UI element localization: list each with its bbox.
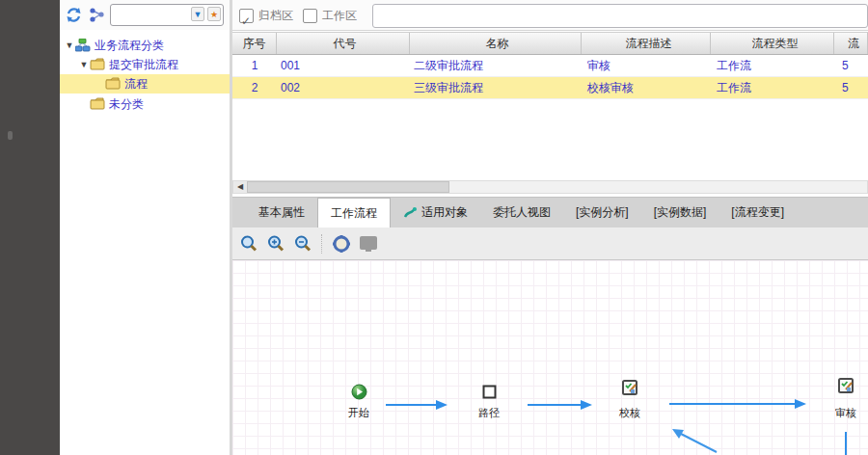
zoom-tool-icon[interactable] — [238, 233, 259, 254]
column-header-type[interactable]: 流程类型 — [711, 33, 834, 54]
tree-node-uncategorized[interactable]: 未分类 — [60, 94, 230, 114]
cell-desc: 校核审核 — [582, 80, 711, 96]
tab-basic-properties[interactable]: 基本属性 — [246, 198, 317, 228]
diagram-toolbar — [232, 228, 868, 260]
check-node-icon[interactable] — [621, 379, 639, 401]
review-node-label[interactable]: 审核 — [835, 406, 856, 420]
tree-node-process-label: 流程 — [124, 76, 148, 93]
folder-icon — [90, 97, 106, 111]
top-toolbar: ▼ ★ 归档区工作区 — [60, 0, 868, 31]
zoom-out-icon[interactable] — [292, 233, 313, 254]
folder-icon — [90, 58, 106, 71]
tab-workflow[interactable]: 工作流程 — [317, 198, 391, 228]
table-filter-input[interactable] — [372, 4, 868, 28]
tree-node-submit-approval[interactable]: ▼ 提交审批流程 — [60, 55, 230, 74]
tree-node-process[interactable]: 流程 — [60, 74, 230, 94]
scrollbar-thumb[interactable] — [247, 181, 449, 193]
app-window: ▼ ★ 归档区工作区 ▼ 业务流程分类 ▼ — [0, 0, 868, 455]
cell-code: 001 — [277, 59, 410, 72]
tab-label: 基本属性 — [258, 204, 305, 221]
cell-extra: 5 — [834, 81, 868, 94]
tab-instance-analysis[interactable]: [实例分析] — [563, 198, 641, 228]
tree-node-submit-approval-label: 提交审批流程 — [109, 57, 178, 73]
archive-checkbox[interactable] — [239, 9, 254, 23]
cell-type: 工作流 — [711, 58, 834, 74]
collapse-arrow-icon[interactable]: ▼ — [78, 60, 90, 69]
cell-seq: 2 — [232, 81, 277, 94]
tree-node-uncategorized-label: 未分类 — [109, 96, 144, 113]
process-table: 序号 代号 名称 流程描述 流程类型 流 1 001 二级审批流程 审核 工作流… — [232, 32, 868, 99]
cell-name: 二级审批流程 — [410, 58, 582, 74]
category-root-icon — [75, 39, 92, 52]
desktop-faint-glyph — [8, 131, 13, 140]
tab-label: 适用对象 — [421, 204, 468, 221]
tab-applicable-objects[interactable]: 适用对象 — [391, 198, 480, 228]
path-node-icon[interactable] — [482, 385, 497, 403]
overview-ring-icon[interactable] — [331, 233, 352, 254]
archive-checkbox-label: 归档区 — [258, 9, 293, 22]
table-row[interactable]: 1 001 二级审批流程 审核 工作流 5 — [232, 55, 868, 77]
refresh-icon[interactable] — [65, 6, 83, 24]
column-header-desc[interactable]: 流程描述 — [582, 33, 711, 54]
cell-name: 三级审批流程 — [410, 80, 582, 96]
display-mode-icon[interactable] — [358, 233, 379, 254]
start-node-icon[interactable] — [351, 384, 367, 404]
start-node-label[interactable]: 开始 — [348, 406, 369, 420]
table-header-row: 序号 代号 名称 流程描述 流程类型 流 — [232, 32, 868, 55]
area-filter-group: 归档区工作区 — [239, 0, 366, 30]
search-filter-button[interactable]: ★ — [207, 7, 221, 21]
toolbar-separator — [321, 234, 323, 254]
path-node-label[interactable]: 路径 — [478, 406, 500, 420]
tab-label: 工作流程 — [331, 205, 377, 222]
review-node-icon[interactable] — [837, 377, 855, 399]
tab-label: [实例数据] — [654, 204, 707, 221]
tab-process-change[interactable]: [流程变更] — [719, 198, 797, 228]
workflow-connectors — [232, 260, 868, 455]
table-horizontal-scrollbar[interactable]: ◀ — [232, 180, 868, 194]
cell-desc: 审核 — [582, 58, 711, 74]
column-header-extra[interactable]: 流 — [834, 33, 868, 54]
workflow-canvas[interactable]: 开始 路径 校核 审核 — [232, 260, 868, 455]
cell-type: 工作流 — [711, 80, 834, 96]
column-header-name[interactable]: 名称 — [410, 33, 582, 54]
table-row[interactable]: 2 002 三级审批流程 校核审核 工作流 5 — [232, 77, 868, 99]
collapse-arrow-icon[interactable]: ▼ — [64, 40, 75, 50]
desktop-edge-strip — [0, 0, 60, 455]
column-header-seq[interactable]: 序号 — [232, 33, 277, 54]
cell-seq: 1 — [232, 59, 277, 72]
cell-code: 002 — [277, 81, 410, 94]
sidebar-search-box: ▼ ★ — [110, 4, 224, 26]
tab-label: [实例分析] — [576, 204, 629, 221]
hierarchy-icon[interactable] — [88, 6, 106, 24]
workspace-checkbox[interactable] — [303, 9, 317, 23]
check-node-label[interactable]: 校核 — [619, 406, 640, 420]
category-tree-panel: ▼ 业务流程分类 ▼ 提交审批流程 — [60, 30, 230, 455]
detail-tabbar: 基本属性 工作流程 适用对象 委托人视图 [实例分析] [实例数据] [流程变更… — [232, 197, 868, 228]
tab-label: [流程变更] — [731, 204, 784, 221]
workspace-checkbox-label: 工作区 — [322, 9, 357, 22]
folder-icon — [105, 77, 122, 91]
search-down-button[interactable]: ▼ — [191, 7, 204, 21]
tree-node-root[interactable]: ▼ 业务流程分类 — [60, 36, 230, 55]
tab-label: 委托人视图 — [493, 204, 551, 221]
tab-instance-data[interactable]: [实例数据] — [641, 198, 719, 228]
tree-node-root-label: 业务流程分类 — [95, 38, 164, 54]
scroll-left-arrow-icon[interactable]: ◀ — [233, 181, 247, 193]
tab-delegate-view[interactable]: 委托人视图 — [480, 198, 563, 228]
column-header-code[interactable]: 代号 — [277, 33, 410, 54]
zoom-in-icon[interactable] — [265, 233, 286, 254]
applicable-objects-icon — [403, 206, 418, 219]
cell-extra: 5 — [834, 59, 868, 72]
sidebar-search-input[interactable] — [113, 7, 192, 23]
